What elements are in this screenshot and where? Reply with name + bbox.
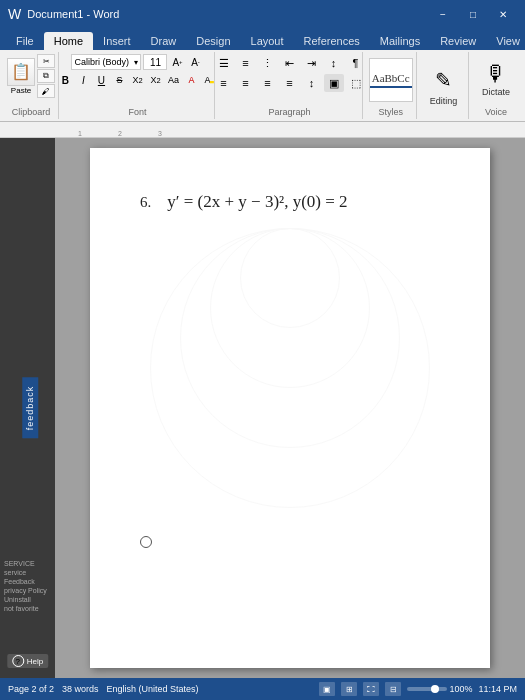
tab-file[interactable]: File	[6, 32, 44, 50]
copy-button[interactable]: ⧉	[37, 69, 55, 83]
tab-draw[interactable]: Draw	[141, 32, 187, 50]
para-icon-row-1: ☰ ≡ ⋮ ⇤ ⇥ ↕ ¶	[214, 54, 366, 72]
multilevel-list-button[interactable]: ⋮	[258, 54, 278, 72]
minimize-button[interactable]: −	[429, 4, 457, 24]
paragraph-group: ☰ ≡ ⋮ ⇤ ⇥ ↕ ¶ ≡ ≡ ≡ ≡ ↕ ▣ ⬚ Paragraph	[217, 52, 364, 119]
format-painter-button[interactable]: 🖌	[37, 84, 55, 98]
voice-label: Voice	[477, 107, 515, 117]
focus-button[interactable]: ⛶	[363, 682, 379, 696]
language-indicator[interactable]: English (United States)	[107, 684, 199, 694]
title-bar-controls: − □ ✕	[429, 4, 517, 24]
document-container[interactable]: 6. y′ = (2x + y − 3)², y(0) = 2	[55, 138, 525, 678]
shading-button[interactable]: ▣	[324, 74, 344, 92]
decrease-font-button[interactable]: A-	[187, 54, 203, 70]
align-right-button[interactable]: ≡	[258, 74, 278, 92]
math-problem: 6. y′ = (2x + y − 3)², y(0) = 2	[140, 188, 440, 215]
status-bar-left: Page 2 of 2 38 words English (United Sta…	[8, 684, 199, 694]
ribbon: 📋 Paste ✂ ⧉ 🖌 Clipboard Calibri (Body) ▾	[0, 50, 525, 122]
sidebar-item-uninstall[interactable]: Uninstall	[4, 596, 51, 603]
editing-icon: ✎	[427, 64, 459, 96]
align-center-button[interactable]: ≡	[236, 74, 256, 92]
tab-design[interactable]: Design	[186, 32, 240, 50]
increase-indent-button[interactable]: ⇥	[302, 54, 322, 72]
justify-button[interactable]: ≡	[280, 74, 300, 92]
print-layout-view-button[interactable]: ▣	[319, 682, 335, 696]
tab-insert[interactable]: Insert	[93, 32, 141, 50]
show-formatting-button[interactable]: ¶	[346, 54, 366, 72]
font-size-box[interactable]: 11	[143, 54, 167, 70]
document-page[interactable]: 6. y′ = (2x + y − 3)², y(0) = 2	[90, 148, 490, 668]
web-view-button[interactable]: ⊞	[341, 682, 357, 696]
editing-button[interactable]: ✎ Editing	[423, 60, 463, 110]
numbering-button[interactable]: ≡	[236, 54, 256, 72]
line-spacing-button[interactable]: ↕	[302, 74, 322, 92]
editing-content: ✎ Editing	[423, 54, 463, 115]
underline-button[interactable]: U	[93, 72, 109, 88]
bold-button[interactable]: B	[57, 72, 73, 88]
strikethrough-button[interactable]: S	[111, 72, 127, 88]
tab-references[interactable]: References	[294, 32, 370, 50]
font-name-box[interactable]: Calibri (Body) ▾	[71, 54, 141, 70]
help-button-sidebar[interactable]: ? Help	[7, 654, 48, 668]
bullets-button[interactable]: ☰	[214, 54, 234, 72]
paste-label: Paste	[11, 86, 31, 95]
sidebar-item-service2[interactable]: service	[4, 569, 51, 576]
sort-button[interactable]: ↕	[324, 54, 344, 72]
feedback-tab[interactable]: feedback	[22, 378, 38, 439]
font-group-label: Font	[67, 107, 208, 117]
font-color-button[interactable]: A	[183, 72, 199, 88]
styles-label: Styles	[371, 107, 410, 117]
ribbon-tabs: File Home Insert Draw Design Layout Refe…	[0, 28, 525, 50]
tab-home[interactable]: Home	[44, 32, 93, 50]
ruler-mark-3: 3	[140, 130, 180, 137]
dictate-button[interactable]: 🎙 Dictate	[476, 61, 516, 99]
tab-mailings[interactable]: Mailings	[370, 32, 430, 50]
dictate-label: Dictate	[482, 87, 510, 97]
help-label: Help	[27, 657, 43, 666]
align-left-button[interactable]: ≡	[214, 74, 234, 92]
italic-button[interactable]: I	[75, 72, 91, 88]
problem-number: 6.	[140, 194, 151, 210]
font-size-value: 11	[150, 57, 161, 68]
para-icon-row-2: ≡ ≡ ≡ ≡ ↕ ▣ ⬚	[214, 74, 366, 92]
superscript-button[interactable]: X2	[147, 72, 163, 88]
change-case-button[interactable]: Aa	[165, 72, 181, 88]
voice-content: 🎙 Dictate	[476, 54, 516, 105]
clipboard-group: 📋 Paste ✂ ⧉ 🖌 Clipboard	[4, 52, 59, 119]
left-sidebar: feedback SERVICE service Feedback privac…	[0, 138, 55, 678]
tab-view[interactable]: View	[486, 32, 525, 50]
paste-icon: 📋	[7, 58, 35, 86]
zoom-slider[interactable]: 100%	[407, 684, 472, 694]
sidebar-item-feedback[interactable]: Feedback	[4, 578, 51, 585]
tab-review[interactable]: Review	[430, 32, 486, 50]
paste-button[interactable]: 📋 Paste	[7, 58, 35, 95]
title-bar: W Document1 - Word − □ ✕	[0, 0, 525, 28]
status-bar: Page 2 of 2 38 words English (United Sta…	[0, 678, 525, 700]
close-button[interactable]: ✕	[489, 4, 517, 24]
maximize-button[interactable]: □	[459, 4, 487, 24]
font-group: Calibri (Body) ▾ 11 A+ A- B I U S X2 X2 …	[61, 52, 215, 119]
font-name-row: Calibri (Body) ▾ 11 A+ A-	[71, 54, 203, 70]
styles-group: AaBbCc Styles	[365, 52, 417, 119]
decrease-indent-button[interactable]: ⇤	[280, 54, 300, 72]
paragraph-label: Paragraph	[223, 107, 357, 117]
small-buttons: ✂ ⧉ 🖌	[37, 54, 55, 98]
status-bar-right: ▣ ⊞ ⛶ ⊟ 100% 11:14 PM	[319, 682, 517, 696]
clipboard-content: 📋 Paste ✂ ⧉ 🖌	[7, 54, 55, 105]
borders-button[interactable]: ⬚	[346, 74, 366, 92]
sidebar-item-privacy[interactable]: privacy Policy	[4, 587, 51, 594]
subscript-button[interactable]: X2	[129, 72, 145, 88]
help-circle-icon: ?	[12, 655, 24, 667]
content-area: feedback SERVICE service Feedback privac…	[0, 138, 525, 678]
style-normal-button[interactable]: AaBbCc	[369, 58, 413, 102]
word-count: 38 words	[62, 684, 99, 694]
cut-button[interactable]: ✂	[37, 54, 55, 68]
sidebar-item-service[interactable]: SERVICE	[4, 560, 51, 567]
help-btn[interactable]: ? Help	[7, 654, 48, 668]
increase-font-button[interactable]: A+	[169, 54, 185, 70]
immersive-reader-button[interactable]: ⊟	[385, 682, 401, 696]
tab-layout[interactable]: Layout	[241, 32, 294, 50]
sidebar-item-favorite[interactable]: not favorite	[4, 605, 51, 612]
styles-area: AaBbCc	[369, 58, 413, 102]
zoom-track[interactable]	[407, 687, 447, 691]
